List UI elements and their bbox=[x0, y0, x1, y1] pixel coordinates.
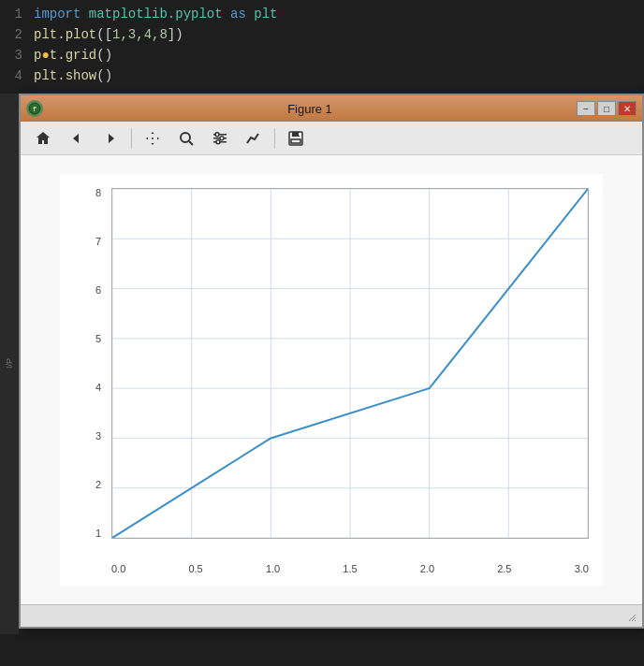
code-line-1: 1 import matplotlib.pyplot as plt bbox=[0, 4, 644, 24]
y-label-8: 8 bbox=[95, 188, 101, 198]
toolbar-sep-2 bbox=[274, 128, 275, 149]
x-label-0.0: 0.0 bbox=[111, 564, 125, 574]
code-line-3: 3 p●t.grid() bbox=[0, 45, 644, 65]
svg-rect-12 bbox=[291, 139, 300, 143]
y-label-5: 5 bbox=[95, 334, 101, 344]
svg-rect-13 bbox=[299, 133, 300, 136]
pan-button[interactable] bbox=[138, 125, 168, 152]
edit-curves-button[interactable] bbox=[239, 125, 269, 152]
back-button[interactable] bbox=[62, 125, 92, 152]
chart-svg bbox=[112, 189, 588, 538]
svg-rect-11 bbox=[292, 132, 300, 137]
svg-point-7 bbox=[215, 132, 219, 136]
svg-point-8 bbox=[220, 136, 224, 139]
line-number-4: 4 bbox=[0, 65, 34, 86]
y-label-4: 4 bbox=[95, 383, 101, 393]
close-button[interactable]: ✕ bbox=[618, 101, 637, 116]
x-label-2.5: 2.5 bbox=[497, 564, 511, 574]
save-button[interactable] bbox=[281, 125, 311, 152]
figure-icon: f bbox=[26, 100, 43, 117]
chart-container: 8 7 6 5 4 3 2 1 bbox=[60, 174, 603, 586]
resize-handle[interactable] bbox=[625, 611, 637, 622]
svg-line-31 bbox=[635, 620, 636, 621]
y-label-2: 2 bbox=[95, 480, 101, 490]
configure-button[interactable] bbox=[205, 125, 235, 152]
svg-line-3 bbox=[189, 141, 193, 145]
x-label-2.0: 2.0 bbox=[420, 564, 434, 574]
svg-point-2 bbox=[181, 133, 190, 142]
figure-title: Figure 1 bbox=[43, 102, 577, 116]
x-label-3.0: 3.0 bbox=[575, 564, 589, 574]
chart-plot bbox=[111, 188, 589, 539]
matplotlib-toolbar bbox=[21, 122, 642, 155]
status-bar bbox=[21, 604, 642, 627]
line-number-1: 1 bbox=[0, 4, 34, 24]
y-label-3: 3 bbox=[95, 431, 101, 442]
forward-button[interactable] bbox=[95, 125, 125, 152]
zoom-button[interactable] bbox=[171, 125, 201, 152]
x-axis: 0.0 0.5 1.0 1.5 2.0 2.5 3.0 bbox=[111, 559, 589, 578]
y-label-1: 1 bbox=[95, 528, 101, 539]
left-panel-label: I/P bbox=[5, 358, 14, 369]
code-line-2: 2 plt.plot([1,3,4,8]) bbox=[0, 24, 644, 45]
home-button[interactable] bbox=[28, 125, 58, 152]
code-editor: 1 import matplotlib.pyplot as plt 2 plt.… bbox=[0, 0, 644, 94]
toolbar-sep-1 bbox=[131, 128, 132, 149]
figure-window: f Figure 1 − □ ✕ bbox=[19, 94, 644, 629]
left-panel: I/P bbox=[0, 94, 19, 634]
line-number-2: 2 bbox=[0, 24, 34, 45]
svg-text:f: f bbox=[33, 105, 37, 113]
x-label-0.5: 0.5 bbox=[188, 564, 202, 574]
x-label-1.0: 1.0 bbox=[266, 564, 280, 574]
title-bar: f Figure 1 − □ ✕ bbox=[21, 95, 642, 122]
minimize-button[interactable]: − bbox=[577, 101, 595, 116]
svg-point-9 bbox=[216, 139, 220, 143]
plot-area: 8 7 6 5 4 3 2 1 bbox=[21, 155, 642, 604]
y-label-6: 6 bbox=[95, 285, 101, 296]
line-number-3: 3 bbox=[0, 45, 34, 65]
y-label-7: 7 bbox=[95, 237, 101, 247]
x-label-1.5: 1.5 bbox=[343, 564, 357, 574]
y-axis: 8 7 6 5 4 3 2 1 bbox=[60, 188, 107, 539]
window-controls[interactable]: − □ ✕ bbox=[577, 101, 637, 116]
code-line-4: 4 plt.show() bbox=[0, 65, 644, 86]
maximize-button[interactable]: □ bbox=[597, 101, 616, 116]
